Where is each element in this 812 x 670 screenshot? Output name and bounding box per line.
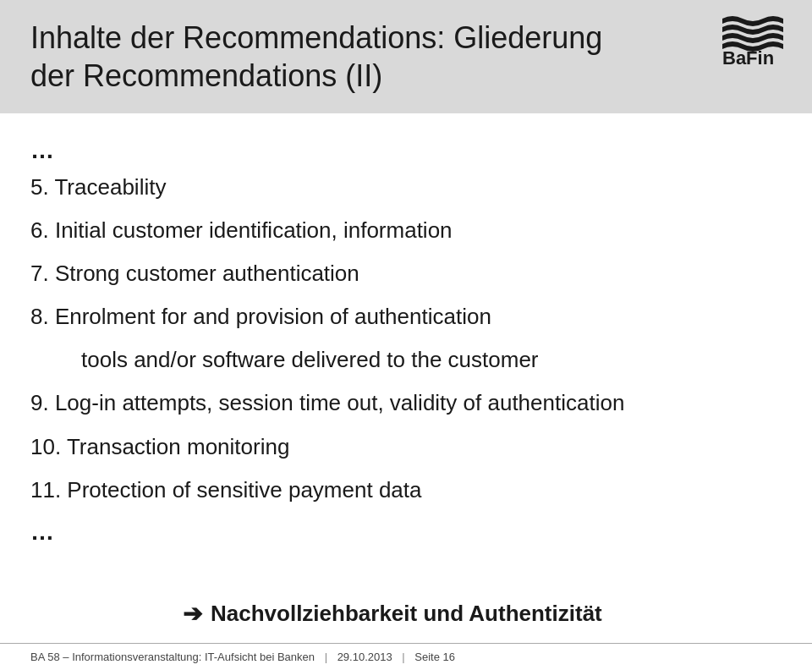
list-item-9: 9. Log-in attempts, session time out, va… bbox=[30, 388, 782, 418]
ellipsis-bottom: … bbox=[30, 519, 782, 546]
list-item-11: 11. Protection of sensitive payment data bbox=[30, 475, 782, 505]
list-item-6: 6. Initial customer identification, info… bbox=[30, 216, 782, 245]
footer-sep1: | bbox=[321, 651, 331, 663]
bafin-logo: BaFin bbox=[714, 12, 788, 71]
content-area: … 5. Traceability 6. Initial customer id… bbox=[0, 113, 812, 643]
footer-page: Seite 16 bbox=[414, 651, 455, 663]
arrow-note-text: Nachvollziehbarkeit und Authentizität bbox=[211, 601, 602, 627]
slide-title: Inhalte der Recommendations: Gliederung … bbox=[30, 19, 602, 95]
logo-container: BaFin bbox=[714, 12, 788, 74]
arrow-note: ➔ Nachvollziehbarkeit und Authentizität bbox=[30, 588, 782, 643]
footer-sep2: | bbox=[399, 651, 409, 663]
list-item-8-cont: tools and/or software delivered to the c… bbox=[30, 345, 782, 375]
list-item-8: 8. Enrolment for and provision of authen… bbox=[30, 302, 782, 332]
list-item-5: 5. Traceability bbox=[30, 173, 782, 202]
footer-date: 29.10.2013 bbox=[337, 651, 392, 663]
footer: BA 58 – Informationsveranstaltung: IT-Au… bbox=[0, 643, 812, 670]
list-item-7: 7. Strong customer authentication bbox=[30, 259, 782, 288]
slide: Inhalte der Recommendations: Gliederung … bbox=[0, 0, 812, 670]
header-bar: Inhalte der Recommendations: Gliederung … bbox=[0, 0, 812, 113]
list-item-10: 10. Transaction monitoring bbox=[30, 432, 782, 462]
arrow-icon: ➔ bbox=[183, 600, 202, 628]
footer-left: BA 58 – Informationsveranstaltung: IT-Au… bbox=[30, 651, 315, 663]
ellipsis-top: … bbox=[30, 137, 782, 164]
